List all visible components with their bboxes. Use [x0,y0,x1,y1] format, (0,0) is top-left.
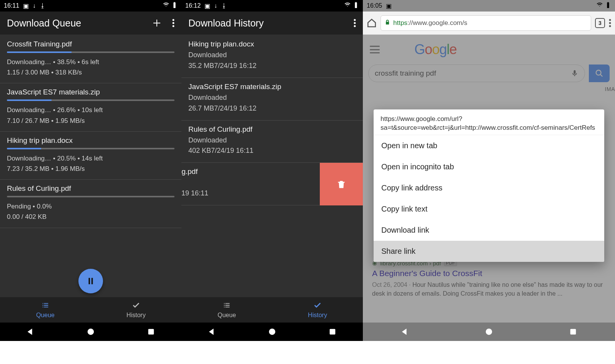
tab-switcher-button[interactable]: 3 [595,18,605,28]
file-meta: Downloading…38.5%6s left 1.15 / 3.00 MB3… [7,57,175,78]
tab-history[interactable]: History [272,297,363,323]
check-icon [313,301,322,311]
menu-open-incognito[interactable]: Open in incognito tab [374,156,604,177]
svg-point-10 [609,19,611,21]
svg-point-7 [354,25,356,27]
app-bar: Download History [181,12,363,35]
status-bar: 16:05 ▣ [363,0,615,12]
back-button[interactable] [208,328,216,336]
queue-item[interactable]: Crossfit Training.pdf Downloading…38.5%6… [0,35,181,83]
clock: 16:11 [4,2,19,9]
history-item[interactable]: Hiking trip plan.docx Downloaded 35.2 MB… [181,35,363,78]
menu-share-link[interactable]: Share link [374,241,604,262]
svg-point-3 [88,329,94,335]
link-context-menu: https://www.google.com/url?sa=t&source=w… [374,109,604,262]
queue-item[interactable]: Hiking trip plan.docx Downloading…20.5%1… [0,132,181,180]
page-title: Download History [188,18,264,29]
list-icon [222,301,231,311]
file-name: JavaScript ES7 materials.zip [188,83,356,91]
file-meta: Pending0.0% 0.00 / 402 KB [7,201,175,222]
menu-copy-link-address[interactable]: Copy link address [374,177,604,199]
download-done-icon: ⭳ [221,2,227,9]
file-meta: Downloaded 26.7 MB7/24/19 16:12 [188,93,356,114]
file-name: Hiking trip plan.docx [7,136,175,145]
download-icon: ↓ [33,2,36,9]
tab-queue[interactable]: Queue [181,297,272,323]
app-bar: Download Queue [0,12,181,35]
delete-button[interactable] [320,163,363,205]
tab-label: Queue [218,312,236,319]
progress-bar [7,51,175,53]
svg-rect-4 [148,329,154,335]
file-meta: Downloaded 35.2 MB7/24/19 16:12 [188,50,356,71]
history-item[interactable]: JavaScript ES7 materials.zip Downloaded … [181,78,363,121]
picture-icon: ▣ [23,2,29,10]
back-button[interactable] [401,328,409,336]
overflow-menu-button[interactable] [172,18,175,28]
menu-copy-link-text[interactable]: Copy link text [374,199,604,220]
svg-point-8 [269,329,276,335]
tab-queue[interactable]: Queue [0,297,91,323]
overflow-menu-button[interactable] [354,18,356,28]
home-button[interactable] [86,328,95,336]
add-button[interactable] [152,18,161,28]
address-bar[interactable]: https://www.google.com/s [381,15,591,31]
recents-button[interactable] [328,328,337,336]
wifi-icon [344,2,351,10]
svg-point-11 [609,22,611,24]
file-name: Rules of Curling.pdf [188,125,356,134]
history-item-swiped[interactable]: aining.pdf d 7/24/19 16:11 [181,163,363,205]
svg-point-1 [173,22,175,24]
context-menu-url: https://www.google.com/url?sa=t&source=w… [374,109,604,135]
browser-toolbar: https://www.google.com/s 3 [363,12,615,35]
progress-bar [7,99,175,101]
file-meta: d 7/24/19 16:11 [181,177,320,199]
history-item[interactable]: Rules of Curling.pdf Downloaded 402 KB7/… [181,121,363,163]
download-icon: ↓ [214,2,217,9]
clock: 16:05 [367,2,382,9]
android-nav-bar [363,323,615,341]
file-name: JavaScript ES7 materials.zip [7,88,175,96]
home-button[interactable] [485,328,493,336]
file-meta: Downloading…20.5%14s left 7.23 / 35.2 MB… [7,153,175,174]
svg-point-12 [609,25,611,27]
overflow-menu-button[interactable] [609,18,611,28]
queue-item[interactable]: JavaScript ES7 materials.zip Downloading… [0,83,181,131]
svg-point-5 [354,19,356,21]
svg-point-14 [486,329,492,335]
wifi-icon [163,2,169,10]
file-name: aining.pdf [181,167,320,176]
download-queue-list: Crossfit Training.pdf Downloading…38.5%6… [0,35,181,298]
menu-open-new-tab[interactable]: Open in new tab [374,135,604,156]
file-name: Rules of Curling.pdf [7,184,175,193]
tab-history[interactable]: History [91,297,181,323]
download-done-icon: ⭳ [40,2,46,9]
wifi-icon [597,2,603,10]
progress-bar [7,148,175,149]
home-button[interactable] [268,328,276,336]
tab-label: Queue [36,312,55,319]
recents-button[interactable] [569,328,577,336]
battery-icon [353,2,359,10]
svg-rect-9 [330,329,336,335]
list-icon [41,301,50,311]
picture-icon: ▣ [386,2,392,10]
picture-icon: ▣ [204,2,210,10]
file-meta: Downloading…26.6%10s left 7.10 / 26.7 MB… [7,105,175,126]
file-name: Crossfit Training.pdf [7,40,175,48]
menu-download-link[interactable]: Download link [374,220,604,241]
svg-point-2 [173,25,175,27]
svg-rect-15 [570,329,576,335]
home-icon[interactable] [367,18,377,28]
tab-label: History [126,312,146,319]
queue-item[interactable]: Rules of Curling.pdf Pending0.0% 0.00 / … [0,180,181,228]
status-bar: 16:12 ▣ ↓ ⭳ [181,0,363,12]
recents-button[interactable] [147,328,155,336]
bottom-navigation: Queue History [0,297,181,323]
android-nav-bar [181,323,363,341]
battery-icon [171,2,178,10]
back-button[interactable] [26,328,35,336]
pause-all-fab[interactable] [78,269,103,293]
progress-bar [7,196,175,197]
android-nav-bar [0,323,181,341]
